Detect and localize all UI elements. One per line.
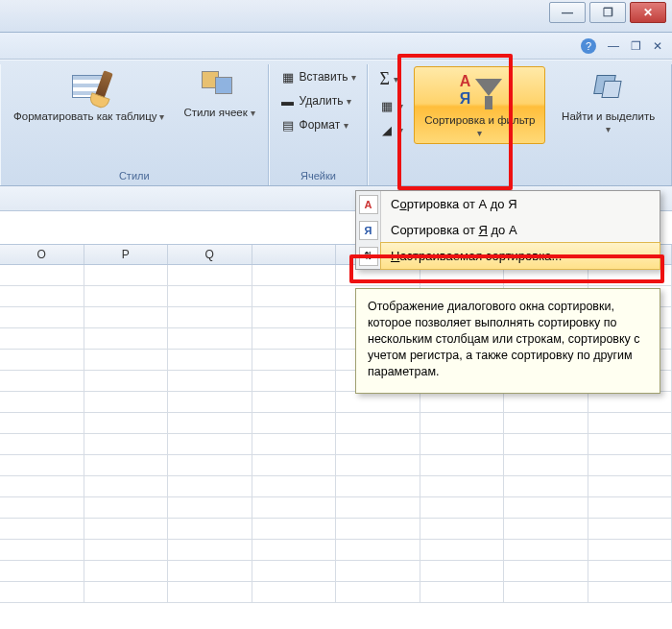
sort-filter-icon: АЯ <box>456 71 504 113</box>
autosum-button[interactable]: Σ ▾ <box>374 66 408 92</box>
dropdown-icon: ▾ <box>347 96 351 107</box>
cell-styles-button[interactable]: Стили ячеек ▾ <box>177 66 261 124</box>
sort-za-label: Сортировка от Я до А <box>391 223 517 237</box>
group-label-cells: Ячейки <box>276 168 362 185</box>
insert-button[interactable]: ▦ Вставить ▾ <box>276 66 362 87</box>
sigma-icon: Σ <box>379 69 389 89</box>
group-label-styles: Стили <box>7 168 262 185</box>
menu-item-sort-az[interactable]: А Сортировка от А до Я <box>356 191 660 217</box>
minimize-button[interactable]: — <box>549 2 586 23</box>
sort-filter-label: Сортировка и фильтр <box>424 114 535 126</box>
sort-za-icon: Я <box>359 221 378 240</box>
format-button[interactable]: ▤ Формат ▾ <box>276 114 362 135</box>
tooltip-text: Отображение диалогового окна сортировки,… <box>368 300 640 378</box>
sort-az-icon: А <box>359 195 378 214</box>
ribbon-group-editing: Σ ▾ ▦ ▾ ◢ ▾ АЯ Сортировка и фильтр ▾ <box>368 64 672 185</box>
column-header[interactable] <box>252 245 337 264</box>
dropdown-icon: ▾ <box>351 72 356 83</box>
cell-styles-icon <box>202 71 236 106</box>
format-as-table-icon <box>70 71 108 109</box>
help-icon[interactable]: ? <box>581 38 596 54</box>
column-header-Q[interactable]: Q <box>168 245 252 264</box>
column-header-O[interactable]: O <box>0 245 84 264</box>
find-select-label: Найти и выделить <box>562 110 655 122</box>
format-as-table-button[interactable]: Форматировать как таблицу ▾ <box>7 66 171 128</box>
menu-item-custom-sort[interactable]: ⇅ Настраиваемая сортировка... <box>356 243 660 269</box>
dropdown-icon: ▾ <box>477 128 482 138</box>
dropdown-icon: ▾ <box>398 125 403 135</box>
dropdown-icon: ▾ <box>398 101 403 111</box>
ribbon-minimize-icon[interactable]: — <box>608 39 619 53</box>
dropdown-icon: ▾ <box>248 108 255 118</box>
dropdown-icon: ▾ <box>394 74 398 85</box>
dropdown-icon: ▾ <box>606 124 611 134</box>
insert-label: Вставить <box>300 70 348 84</box>
ribbon-group-styles: Форматировать как таблицу ▾ Стили ячеек … <box>0 64 269 185</box>
quick-access-strip: ? — ❐ ✕ <box>0 33 672 60</box>
delete-label: Удалить <box>300 94 344 108</box>
fill-button[interactable]: ▦ ▾ <box>374 95 408 116</box>
window-buttons: — ❐ ✕ <box>549 2 666 23</box>
sort-filter-dropdown: А Сортировка от А до Я Я Сортировка от Я… <box>355 190 660 270</box>
cell-styles-label: Стили ячеек <box>183 107 247 118</box>
dropdown-icon: ▾ <box>344 120 348 131</box>
fill-icon: ▦ <box>379 98 395 113</box>
custom-sort-icon: ⇅ <box>359 247 378 266</box>
delete-button[interactable]: ▬ Удалить ▾ <box>276 90 362 111</box>
clear-button[interactable]: ◢ ▾ <box>374 119 408 140</box>
ribbon-close-icon[interactable]: ✕ <box>653 39 662 53</box>
format-as-table-label: Форматировать как таблицу <box>13 110 157 122</box>
find-select-button[interactable]: Найти и выделить ▾ <box>551 66 665 140</box>
eraser-icon: ◢ <box>379 122 395 137</box>
ribbon-group-cells: ▦ Вставить ▾ ▬ Удалить ▾ ▤ Формат ▾ Ячей… <box>269 64 369 185</box>
binoculars-icon <box>589 71 628 109</box>
dropdown-icon: ▾ <box>157 111 165 122</box>
delete-icon: ▬ <box>280 93 296 109</box>
menu-item-sort-za[interactable]: Я Сортировка от Я до А <box>356 217 660 243</box>
ribbon: Форматировать как таблицу ▾ Стили ячеек … <box>0 60 672 186</box>
column-header-P[interactable]: P <box>84 245 169 264</box>
group-label-editing <box>374 168 665 174</box>
tooltip-custom-sort: Отображение диалогового окна сортировки,… <box>355 288 660 394</box>
ribbon-restore-icon[interactable]: ❐ <box>631 39 641 53</box>
close-button[interactable]: ✕ <box>630 2 666 23</box>
maximize-button[interactable]: ❐ <box>589 2 626 23</box>
format-icon: ▤ <box>280 117 296 133</box>
insert-icon: ▦ <box>280 69 296 85</box>
format-label: Формат <box>300 118 341 132</box>
sort-filter-button[interactable]: АЯ Сортировка и фильтр ▾ <box>414 66 545 144</box>
window-titlebar: — ❐ ✕ <box>0 0 672 33</box>
